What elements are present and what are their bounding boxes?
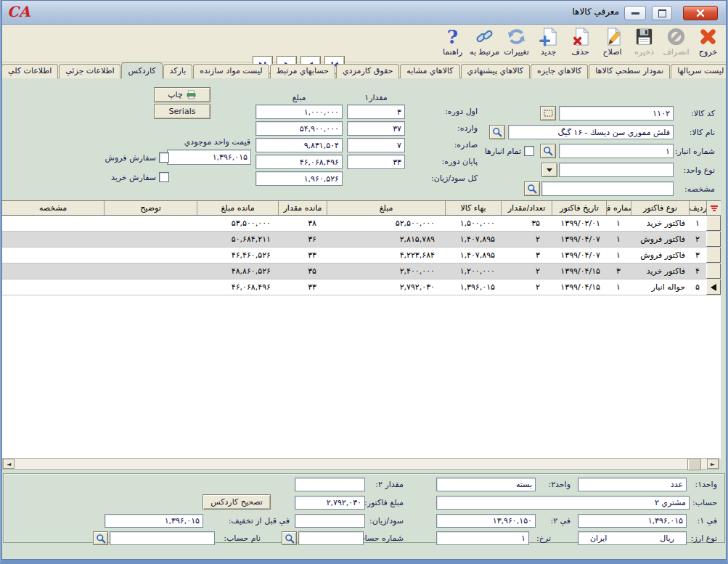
tab-5[interactable]: ليست مواد سازنده [193,64,269,78]
related-to-button[interactable]: مرتبط به [469,25,500,60]
grid-header-8[interactable]: مانده مبلغ [197,201,278,215]
fix-kardex-button[interactable]: تصحيح کاردکس [203,494,271,510]
tab-strip: اطلاعات کلياطلاعات جزئيکاردکسبارکدليست م… [1,62,727,78]
record-selector[interactable] [706,232,721,247]
item-name-field[interactable]: فلش مموري سن ديسك - ۱۶ گيگ [508,125,674,139]
record-selector[interactable] [706,263,721,279]
tab-6[interactable]: حسابهاي مرتبط [270,64,335,78]
account-name-search-button[interactable] [93,531,108,545]
new-button[interactable]: جديد [533,25,564,60]
grid-header-1[interactable]: نوع فاکتور [631,201,689,215]
account-number-search-button[interactable] [282,531,297,545]
invoice-amount-field[interactable]: ۲,۷۹۲,۰۳۰ [295,496,365,510]
tab-1[interactable]: اطلاعات کلي [1,64,58,78]
issued-qty-field[interactable]: ۷ [347,138,405,152]
fee-before-discount-field[interactable]: ۱,۳۹۶,۰۱۵ [105,514,203,528]
opening-qty-field[interactable]: ۳ [347,105,405,119]
account-number-field[interactable] [298,531,364,545]
tab-9[interactable]: کالاهاي پيشنهادي [461,64,531,78]
link-icon [474,26,495,47]
fee1-field[interactable]: ۱,۳۹۶,۰۱۵ [578,514,687,528]
grid-header-6[interactable]: مبلغ [327,201,445,215]
grid-header-7[interactable]: مانده مقدار [278,201,327,215]
delete-button[interactable]: حذف [565,25,596,60]
closing-qty-field[interactable]: ۳۳ [347,155,405,169]
unit-type-dropdown-button[interactable] [541,163,557,177]
account-name-field[interactable] [110,531,215,545]
print-button[interactable]: چاپ [154,87,210,102]
grid-horizontal-scrollbar[interactable]: ◄ ► [2,458,719,470]
grid-header-2[interactable]: شماره ف [606,201,631,215]
tab-8[interactable]: کالاهاي مشابه [400,64,459,78]
table-row-1[interactable]: ۱فاکتور خريد۱۱۳۹۹/۰۲/۰۱۳۵۱,۵۰۰,۰۰۰۵۲,۵۰۰… [1,216,721,232]
save-button[interactable]: ذخيره [629,25,660,60]
attribute-field[interactable] [541,181,674,196]
edit-icon [602,26,623,47]
opening-amount-field[interactable]: ۱,۰۰۰,۰۰۰ [255,105,343,119]
edit-button[interactable]: اصلاح [597,25,628,60]
search-icon [285,534,295,544]
grid-cell: ۱ [606,279,631,295]
grid-cell [1,248,104,263]
table-row-3[interactable]: ۳فاکتور فروش۱۱۳۹۹/۰۴/۰۷۳۱,۴۰۷,۸۹۵۴,۲۲۳,۶… [1,248,721,263]
record-selector[interactable] [706,279,721,295]
attribute-search-button[interactable] [524,181,540,196]
fee2-field[interactable]: ۱۳,۹۶۰,۱۵۰ [436,514,536,528]
purchase-order-checkbox[interactable] [159,172,169,182]
invoice-amount-label: مبلغ فاکتور: [364,498,404,507]
scroll-right-button[interactable]: ► [707,459,719,469]
scrollbar-thumb[interactable] [687,459,701,470]
account-field[interactable]: مشتري ۲ [436,496,690,510]
tab-7[interactable]: حقوق کارمزدي [336,64,399,78]
changes-button[interactable]: تغييرات [501,25,532,60]
issued-label: صادره: [454,140,478,150]
issued-amount-field[interactable]: ۹,۸۳۱,۵۰۴ [255,138,343,152]
cancel-button[interactable]: انصراف [660,25,692,60]
closing-amount-field[interactable]: ۴۶,۰۶۸,۴۹۶ [255,155,343,169]
grid-header-5[interactable]: بهاء کالا [445,201,501,215]
tab-4[interactable]: بارکد [163,64,193,78]
grid-header-10[interactable]: مشخصه [1,201,104,215]
exit-button[interactable]: خروج [692,25,724,60]
warehouse-search-button[interactable] [540,144,556,158]
table-row-5[interactable]: ۵حواله انبار۱۱۳۹۹/۰۴/۱۵۲۱,۳۹۶,۰۱۵۲,۷۹۲,۰… [1,279,721,295]
grid-header-3[interactable]: تاريخ فاکتور [552,201,606,215]
tab-3[interactable]: کاردکس [121,62,162,78]
unit-price-field[interactable]: ۱,۳۹۶,۰۱۵ [167,150,251,165]
attribute-label: مشخصه: [684,184,715,194]
qty2-field[interactable] [295,478,365,491]
title-bar: CA معرفي کالاها [0,0,728,25]
tab-10[interactable]: کالاهاي جايزه [531,64,588,78]
maximize-button[interactable] [652,6,672,20]
received-qty-field[interactable]: ۳۷ [347,121,405,136]
currency-field[interactable]: ريال ايران [578,531,687,545]
record-selector[interactable] [706,216,721,231]
help-button[interactable]: ? راهنما [437,25,468,60]
received-amount-field[interactable]: ۵۴,۹۰۰,۰۰۰ [255,121,343,136]
item-name-search-button[interactable] [489,125,505,139]
tab-11[interactable]: نمودار سطحي کالاها [589,64,670,78]
unit-type-field[interactable] [559,163,674,177]
grid-header-4[interactable]: تعداد/مقدار [501,201,552,215]
serials-button[interactable]: Serials [154,104,210,119]
tab-2[interactable]: اطلاعات جزئي [59,64,120,78]
record-selector[interactable] [706,248,721,263]
table-row-4[interactable]: ۴فاکتور خريد۳۱۳۹۹/۰۴/۱۵۲۱,۲۰۰,۰۰۰۲,۴۰۰,۰… [1,263,721,279]
unit1-field[interactable]: عدد [578,478,687,491]
tab-12[interactable]: ليست سريالها [671,64,727,78]
minimize-button[interactable] [624,6,646,20]
table-row-2[interactable]: ۲فاکتور فروش۱۱۳۹۹/۰۴/۰۷۲۱,۴۰۷,۸۹۵۲,۸۱۵,۷… [1,232,721,248]
scroll-left-button[interactable]: ◄ [3,459,15,469]
unit2-field[interactable]: بسته [436,478,536,491]
grid-header-9[interactable]: توضيح [104,201,197,215]
rate-field[interactable]: ۱ [436,531,529,545]
close-button[interactable] [683,6,718,20]
item-code-browse-button[interactable] [540,106,556,120]
profit-field[interactable] [295,514,365,528]
warehouse-number-field[interactable]: ۱ [559,144,674,158]
all-warehouses-checkbox[interactable] [524,146,534,156]
grid-header-0[interactable]: رديف [689,201,706,215]
sales-order-checkbox[interactable] [159,152,169,163]
item-code-field[interactable]: ۱۱۰۲ [559,106,674,120]
total-profit-amount-field[interactable]: ۱,۹۶۰,۵۲۶ [255,171,343,186]
